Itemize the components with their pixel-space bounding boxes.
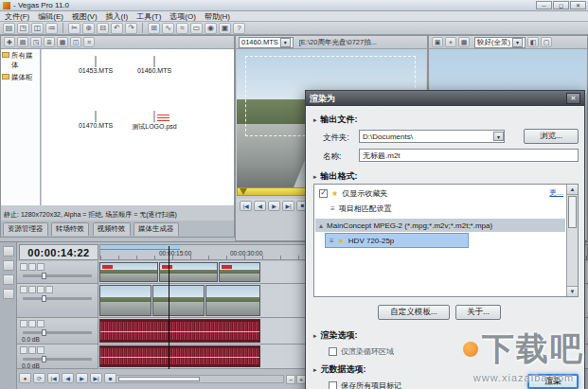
timeline-horizontal-scrollbar[interactable]	[116, 375, 284, 383]
favorites-checkbox[interactable]: ✓	[319, 189, 328, 198]
mute-icon[interactable]	[20, 320, 27, 327]
undo-icon[interactable]: ↶	[111, 23, 123, 34]
go-to-start-icon[interactable]: |◀	[47, 373, 60, 383]
help-icon[interactable]: ?	[233, 23, 245, 34]
loop-start-marker[interactable]	[240, 188, 247, 195]
tab-explorer[interactable]: 资源管理器	[3, 222, 48, 236]
audio-clip-waveform[interactable]	[99, 345, 260, 367]
minimize-button[interactable]: ─	[536, 1, 552, 9]
save-markers-checkbox[interactable]	[329, 381, 337, 389]
trimmer-clip-select[interactable]: 01460.MTS ▾	[239, 37, 294, 48]
preview-device-icon[interactable]: ▣	[432, 37, 443, 47]
project-properties-icon[interactable]: ≔	[45, 23, 58, 34]
audio-clip-waveform[interactable]	[99, 319, 260, 343]
thumbnail-view-icon[interactable]: ▦	[57, 37, 68, 47]
video-clip[interactable]	[205, 285, 260, 316]
volume-slider[interactable]	[23, 331, 92, 334]
section-render-options[interactable]: ▸ 渲染选项:	[313, 329, 358, 342]
record-icon[interactable]: ●	[19, 373, 31, 383]
more-link[interactable]: 更...	[549, 187, 563, 198]
tree-item-all-media[interactable]: 所有媒体	[2, 51, 39, 70]
new-project-icon[interactable]: ▤	[3, 23, 15, 34]
solo-icon[interactable]	[28, 320, 36, 327]
auto-ripple-icon[interactable]: ≈	[176, 23, 188, 34]
open-project-icon[interactable]: ◳	[17, 23, 29, 34]
import-media-icon[interactable]: ◳	[30, 37, 42, 47]
dialog-titlebar[interactable]: 渲染为 ✕	[306, 91, 584, 106]
fx-icon[interactable]	[37, 286, 45, 293]
preview-quality-select[interactable]: 较好(全景) ▾	[474, 37, 526, 48]
media-file[interactable]: 01460.MTS	[129, 57, 180, 74]
mute-icon[interactable]	[20, 286, 27, 293]
close-button[interactable]: ✕	[570, 1, 586, 9]
media-file[interactable]: 测试LOGO.psd	[129, 112, 180, 132]
list-vertical-scrollbar[interactable]: ▲ ▼	[566, 185, 578, 296]
normal-edit-tool-icon[interactable]: ▣	[219, 23, 231, 34]
video-clip[interactable]	[99, 285, 151, 316]
custom-template-button[interactable]: 自定义模板...	[378, 305, 450, 320]
fx-icon[interactable]	[37, 346, 45, 354]
redo-icon[interactable]: ↷	[125, 23, 137, 34]
tree-item-media-bins[interactable]: 媒体柜	[2, 73, 39, 82]
slider-knob[interactable]	[42, 329, 46, 336]
loop-region-checkbox[interactable]	[329, 347, 337, 356]
tab-media-generators[interactable]: 媒体生成器	[134, 222, 179, 236]
split-screen-icon[interactable]: ▦	[458, 37, 470, 47]
browse-button[interactable]: 浏览...	[524, 129, 579, 144]
go-to-end-icon[interactable]: ▶|	[282, 201, 294, 211]
tab-video-fx[interactable]: 视频特效	[93, 222, 131, 236]
go-to-end-icon[interactable]: ▶|	[90, 373, 102, 383]
slider-knob[interactable]	[42, 273, 46, 279]
track-level-slider[interactable]	[23, 274, 92, 277]
media-file[interactable]: 01470.MTS	[70, 112, 121, 129]
save-project-icon[interactable]: ◫	[31, 23, 44, 34]
go-to-start-icon[interactable]: |◀	[240, 201, 252, 211]
volume-slider[interactable]	[23, 358, 92, 361]
snap-icon[interactable]: ⊞	[148, 23, 160, 34]
fx-icon[interactable]	[37, 263, 45, 271]
track-header-audio-1[interactable]: 0.0 dB	[17, 318, 98, 345]
maximize-button[interactable]: ◻	[553, 1, 569, 9]
media-properties-icon[interactable]: ≡	[83, 37, 95, 47]
scrollbar-thumb[interactable]	[568, 196, 577, 228]
solo-icon[interactable]	[28, 263, 36, 271]
match-project-row[interactable]: ≡ 项目相匹配设置	[315, 202, 565, 215]
scroll-up-icon[interactable]: ▲	[567, 185, 578, 195]
new-bin-icon[interactable]: ▤	[17, 37, 28, 47]
chevron-down-icon[interactable]: ▾	[512, 38, 523, 47]
track-header-video-1[interactable]	[17, 261, 98, 284]
dock-handle-icon[interactable]	[3, 246, 14, 256]
favorites-filter-row[interactable]: ✓ ★ 仅显示收藏夹	[315, 186, 565, 200]
track-tool-icon[interactable]	[3, 274, 14, 285]
scrollbar-thumb[interactable]	[118, 377, 200, 381]
menu-help[interactable]: 帮助(H)	[205, 11, 230, 22]
tab-transitions[interactable]: 转场特效	[51, 222, 89, 236]
cut-icon[interactable]: ✂	[68, 23, 80, 34]
slider-knob[interactable]	[42, 356, 46, 362]
scroll-down-icon[interactable]: ▼	[567, 286, 578, 296]
folder-input[interactable]	[359, 130, 505, 143]
copy-icon[interactable]: ⊕	[82, 23, 95, 34]
section-output-file[interactable]: ▸ 输出文件:	[313, 114, 358, 126]
play-icon[interactable]: ▶	[268, 201, 280, 211]
fx-icon[interactable]	[37, 320, 45, 327]
mute-icon[interactable]	[20, 263, 27, 271]
envelope-lock-icon[interactable]: ▭	[190, 23, 203, 34]
zoom-out-icon[interactable]: −	[286, 375, 295, 384]
mute-icon[interactable]	[20, 346, 27, 354]
track-header-audio-2[interactable]: 0.0 dB	[17, 345, 98, 369]
media-file[interactable]: 01453.MTS	[70, 57, 121, 74]
add-media-icon[interactable]: ✚	[4, 37, 15, 47]
menu-view[interactable]: 视图(V)	[72, 11, 98, 22]
solo-icon[interactable]	[28, 286, 36, 293]
section-output-format[interactable]: ▸ 输出格式:	[313, 170, 358, 183]
edit-cursor[interactable]	[169, 246, 169, 369]
dialog-close-icon[interactable]: ✕	[566, 93, 580, 104]
slider-knob[interactable]	[42, 295, 46, 302]
section-metadata-options[interactable]: ▸ 元数据选项:	[313, 363, 366, 376]
snapshot-icon[interactable]: ◧	[527, 37, 539, 47]
menu-insert[interactable]: 插入(I)	[106, 11, 129, 22]
video-clip[interactable]	[152, 285, 205, 316]
name-input[interactable]	[359, 149, 579, 162]
list-view-icon[interactable]: ≣	[44, 37, 55, 47]
